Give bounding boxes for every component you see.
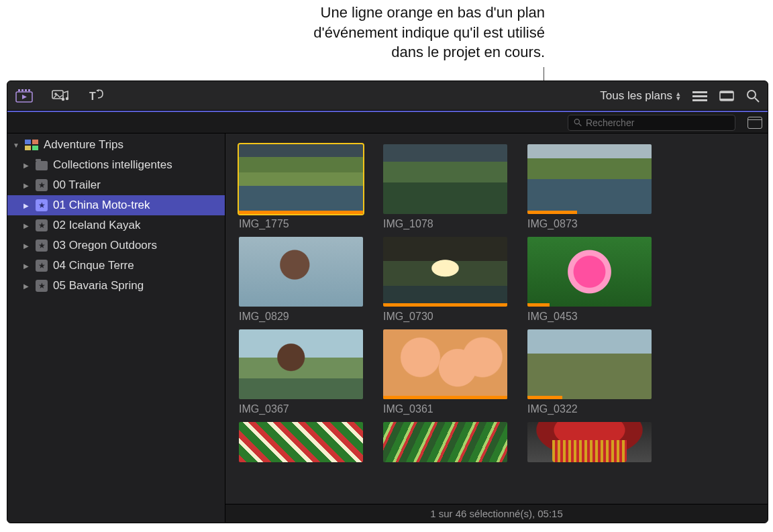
clip-thumbnail[interactable] [239,422,363,462]
svg-rect-22 [25,140,31,144]
svg-text:T: T [89,91,96,102]
clip-thumbnail[interactable] [239,144,363,214]
disclosure-triangle-icon[interactable]: ▶ [23,282,30,290]
clip-item[interactable]: IMG_0453 [527,237,652,323]
sidebar-item-label: 04 Cinque Terre [53,259,134,272]
sidebar-item-smart-collections[interactable]: ▶ Collections intelligentes [7,155,225,175]
clip-item[interactable] [383,422,507,462]
clip-label: IMG_0367 [239,403,363,415]
sidebar-item-label: 02 Iceland Kayak [53,219,140,232]
clip-label: IMG_0730 [383,311,507,323]
sidebar-item-label: 01 China Moto-trek [53,199,150,212]
clip-item[interactable]: IMG_0829 [239,237,363,323]
clip-thumbnail[interactable] [383,422,507,462]
svg-marker-1 [22,95,27,99]
disclosure-triangle-icon[interactable]: ▶ [23,162,30,169]
clip-thumbnail[interactable] [527,237,652,307]
sidebar-item-label: 05 Bavaria Spring [53,279,144,292]
annotation-line: d'événement indique qu'il est utilisé [313,24,545,41]
svg-rect-5 [28,89,30,91]
sidebar-item-event[interactable]: ▶ ★ 02 Iceland Kayak [7,215,225,235]
clip-thumbnail[interactable] [527,144,652,214]
search-icon[interactable] [746,89,760,103]
clip-thumbnail[interactable] [383,144,507,214]
clip-item[interactable]: IMG_0367 [239,329,363,415]
sidebar-library[interactable]: ▼ Adventure Trips [7,135,225,155]
clip-filter-dropdown[interactable]: Tous les plans ▴▾ [600,89,680,103]
clip-grid: IMG_1775 IMG_1078 IMG_0873 IMG_0829 [225,134,768,504]
sidebar-item-event[interactable]: ▶ ★ 00 Trailer [7,175,225,195]
clip-label: IMG_1775 [239,218,363,230]
event-icon: ★ [36,179,48,191]
svg-rect-4 [25,89,27,91]
svg-rect-17 [720,99,733,101]
disclosure-triangle-icon[interactable]: ▶ [23,242,30,250]
filmstrip-view-icon[interactable] [719,91,734,101]
disclosure-triangle-icon[interactable]: ▼ [13,142,19,149]
clip-label: IMG_0361 [383,403,507,415]
titles-icon[interactable]: T [88,89,104,103]
search-field[interactable] [568,115,735,131]
svg-rect-16 [720,91,733,93]
app-window: T Tous les plans ▴▾ [7,81,768,523]
clip-label: IMG_0829 [239,311,363,323]
status-bar: 1 sur 46 sélectionné(s), 05:15 [225,504,768,523]
clip-thumbnail[interactable] [527,422,652,462]
svg-point-20 [574,119,579,124]
svg-point-18 [748,91,756,99]
sidebar-item-event[interactable]: ▶ ★ 04 Cinque Terre [7,256,225,276]
library-name: Adventure Trips [44,138,123,152]
clip-item[interactable]: IMG_0730 [383,237,507,323]
clip-filter-label: Tous les plans [600,89,672,103]
svg-rect-12 [692,91,707,93]
clip-item[interactable]: IMG_0873 [527,144,652,230]
svg-line-19 [755,98,759,102]
sidebar-item-event[interactable]: ▶ ★ 01 China Moto-trek [7,195,225,215]
clip-item[interactable]: IMG_0322 [527,329,652,415]
annotation-line: dans le projet en cours. [391,44,545,60]
clip-appearance-icon[interactable] [748,117,762,129]
sidebar-item-event[interactable]: ▶ ★ 03 Oregon Outdoors [7,235,225,256]
clip-item[interactable]: IMG_1775 [239,144,363,230]
sidebar-item-label: 00 Trailer [53,178,101,192]
event-icon: ★ [36,240,48,252]
sidebar-item-label: Collections intelligentes [53,158,172,172]
svg-marker-11 [97,89,99,92]
used-indicator [527,396,562,399]
svg-rect-14 [692,99,707,101]
disclosure-triangle-icon[interactable]: ▶ [23,182,30,189]
list-view-icon[interactable] [692,91,707,101]
disclosure-triangle-icon[interactable]: ▶ [23,222,30,229]
clip-thumbnail[interactable] [383,329,507,399]
svg-point-9 [66,97,68,99]
sidebar-item-event[interactable]: ▶ ★ 05 Bavaria Spring [7,276,225,296]
clip-item[interactable] [239,422,363,462]
used-indicator [383,303,507,307]
clip-item[interactable]: IMG_1078 [383,144,507,230]
clip-thumbnail[interactable] [383,237,507,307]
clip-label: IMG_1078 [383,218,507,230]
sidebar-item-label: 03 Oregon Outdoors [53,239,157,252]
clip-label: IMG_0322 [527,403,652,415]
svg-line-21 [579,123,582,126]
search-icon [574,118,582,127]
clip-thumbnail[interactable] [239,237,363,307]
svg-rect-23 [32,140,38,144]
disclosure-triangle-icon[interactable]: ▶ [23,202,30,209]
svg-rect-13 [692,95,707,97]
media-library-icon[interactable] [15,89,33,103]
disclosure-triangle-icon[interactable]: ▶ [23,262,30,270]
event-icon: ★ [36,260,48,272]
search-input[interactable] [586,117,729,128]
clip-browser: IMG_1775 IMG_1078 IMG_0873 IMG_0829 [225,134,768,523]
used-indicator [383,396,507,399]
clip-item[interactable] [527,422,652,462]
clip-thumbnail[interactable] [527,329,652,399]
library-icon [25,140,38,150]
folder-icon [36,161,48,170]
photos-music-icon[interactable] [52,89,69,103]
event-icon: ★ [36,219,48,231]
clip-item[interactable]: IMG_0361 [383,329,507,415]
event-icon: ★ [36,280,48,292]
clip-thumbnail[interactable] [239,329,363,399]
